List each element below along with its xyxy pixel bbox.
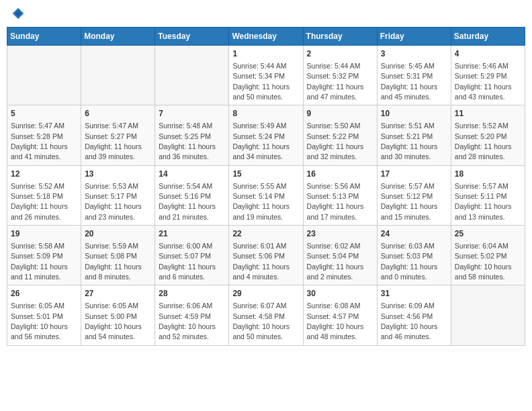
day-number: 19 <box>11 228 77 240</box>
day-number: 26 <box>11 288 77 300</box>
logo <box>10 7 25 20</box>
day-number: 7 <box>159 108 225 120</box>
day-number: 21 <box>159 228 225 240</box>
day-info: Sunrise: 5:54 AMSunset: 5:16 PMDaylight:… <box>159 182 216 221</box>
calendar-cell: 24Sunrise: 6:03 AMSunset: 5:03 PMDayligh… <box>377 226 451 285</box>
day-info: Sunrise: 6:00 AMSunset: 5:07 PMDaylight:… <box>159 242 216 281</box>
day-number: 3 <box>381 48 447 60</box>
day-info: Sunrise: 6:07 AMSunset: 4:58 PMDaylight:… <box>232 302 290 340</box>
day-info: Sunrise: 5:44 AMSunset: 5:34 PMDaylight:… <box>232 62 290 101</box>
calendar-cell: 15Sunrise: 5:55 AMSunset: 5:14 PMDayligh… <box>229 165 303 225</box>
day-info: Sunrise: 5:52 AMSunset: 5:20 PMDaylight:… <box>455 122 512 161</box>
calendar-cell <box>7 46 81 105</box>
day-number: 8 <box>232 108 299 120</box>
week-row-2: 5Sunrise: 5:47 AMSunset: 5:28 PMDaylight… <box>7 105 525 165</box>
day-info: Sunrise: 5:58 AMSunset: 5:09 PMDaylight:… <box>11 242 68 281</box>
calendar-table: SundayMondayTuesdayWednesdayThursdayFrid… <box>7 27 525 346</box>
day-number: 5 <box>11 108 77 120</box>
calendar-cell: 10Sunrise: 5:51 AMSunset: 5:21 PMDayligh… <box>377 105 451 165</box>
day-info: Sunrise: 5:53 AMSunset: 5:17 PMDaylight:… <box>85 182 142 221</box>
day-info: Sunrise: 6:05 AMSunset: 5:01 PMDaylight:… <box>11 302 68 340</box>
calendar-cell: 23Sunrise: 6:02 AMSunset: 5:04 PMDayligh… <box>303 226 377 285</box>
calendar-cell: 30Sunrise: 6:08 AMSunset: 4:57 PMDayligh… <box>303 285 377 345</box>
day-number: 11 <box>455 108 521 120</box>
day-info: Sunrise: 5:48 AMSunset: 5:25 PMDaylight:… <box>159 122 216 161</box>
calendar-cell: 9Sunrise: 5:50 AMSunset: 5:22 PMDaylight… <box>303 105 377 165</box>
day-number: 6 <box>85 108 151 120</box>
day-number: 14 <box>159 169 225 180</box>
day-number: 20 <box>85 228 151 240</box>
day-info: Sunrise: 5:50 AMSunset: 5:22 PMDaylight:… <box>307 122 364 161</box>
weekday-header-wednesday: Wednesday <box>229 28 303 46</box>
day-number: 25 <box>455 228 521 240</box>
week-row-4: 19Sunrise: 5:58 AMSunset: 5:09 PMDayligh… <box>7 226 525 285</box>
calendar-cell: 28Sunrise: 6:06 AMSunset: 4:59 PMDayligh… <box>155 285 229 345</box>
calendar-cell: 31Sunrise: 6:09 AMSunset: 4:56 PMDayligh… <box>377 285 451 345</box>
day-number: 1 <box>232 48 299 60</box>
calendar-cell: 13Sunrise: 5:53 AMSunset: 5:17 PMDayligh… <box>81 165 155 225</box>
day-number: 29 <box>232 288 299 300</box>
day-info: Sunrise: 5:56 AMSunset: 5:13 PMDaylight:… <box>307 182 364 221</box>
day-info: Sunrise: 5:51 AMSunset: 5:21 PMDaylight:… <box>381 122 438 161</box>
day-info: Sunrise: 6:05 AMSunset: 5:00 PMDaylight:… <box>85 302 142 340</box>
day-info: Sunrise: 5:59 AMSunset: 5:08 PMDaylight:… <box>85 242 142 281</box>
calendar-cell: 7Sunrise: 5:48 AMSunset: 5:25 PMDaylight… <box>155 105 229 165</box>
calendar-cell: 20Sunrise: 5:59 AMSunset: 5:08 PMDayligh… <box>81 226 155 285</box>
day-number: 16 <box>307 169 373 180</box>
day-number: 12 <box>11 169 77 180</box>
calendar-cell: 27Sunrise: 6:05 AMSunset: 5:00 PMDayligh… <box>81 285 155 345</box>
header <box>7 7 525 20</box>
day-info: Sunrise: 6:02 AMSunset: 5:04 PMDaylight:… <box>307 242 364 281</box>
day-number: 13 <box>85 169 151 180</box>
weekday-header-tuesday: Tuesday <box>155 28 229 46</box>
logo-icon <box>11 7 25 20</box>
day-info: Sunrise: 5:47 AMSunset: 5:28 PMDaylight:… <box>11 122 68 161</box>
weekday-header-monday: Monday <box>81 28 155 46</box>
calendar-cell: 3Sunrise: 5:45 AMSunset: 5:31 PMDaylight… <box>377 46 451 105</box>
day-info: Sunrise: 5:52 AMSunset: 5:18 PMDaylight:… <box>11 182 68 221</box>
calendar-cell: 25Sunrise: 6:04 AMSunset: 5:02 PMDayligh… <box>451 226 525 285</box>
day-info: Sunrise: 6:03 AMSunset: 5:03 PMDaylight:… <box>381 242 438 281</box>
week-row-3: 12Sunrise: 5:52 AMSunset: 5:18 PMDayligh… <box>7 165 525 225</box>
day-info: Sunrise: 6:08 AMSunset: 4:57 PMDaylight:… <box>307 302 364 340</box>
day-info: Sunrise: 5:57 AMSunset: 5:12 PMDaylight:… <box>381 182 438 221</box>
day-number: 22 <box>232 228 299 240</box>
weekday-header-sunday: Sunday <box>7 28 81 46</box>
calendar-cell: 19Sunrise: 5:58 AMSunset: 5:09 PMDayligh… <box>7 226 81 285</box>
calendar-cell: 22Sunrise: 6:01 AMSunset: 5:06 PMDayligh… <box>229 226 303 285</box>
weekday-header-saturday: Saturday <box>451 28 525 46</box>
day-number: 23 <box>307 228 373 240</box>
day-number: 30 <box>307 288 373 300</box>
day-number: 17 <box>381 169 447 180</box>
calendar-cell: 18Sunrise: 5:57 AMSunset: 5:11 PMDayligh… <box>451 165 525 225</box>
calendar-cell: 11Sunrise: 5:52 AMSunset: 5:20 PMDayligh… <box>451 105 525 165</box>
calendar-cell: 12Sunrise: 5:52 AMSunset: 5:18 PMDayligh… <box>7 165 81 225</box>
day-info: Sunrise: 5:45 AMSunset: 5:31 PMDaylight:… <box>381 62 438 101</box>
calendar-cell: 2Sunrise: 5:44 AMSunset: 5:32 PMDaylight… <box>303 46 377 105</box>
week-row-1: 1Sunrise: 5:44 AMSunset: 5:34 PMDaylight… <box>7 46 525 105</box>
day-info: Sunrise: 5:46 AMSunset: 5:29 PMDaylight:… <box>455 62 512 101</box>
calendar-cell: 8Sunrise: 5:49 AMSunset: 5:24 PMDaylight… <box>229 105 303 165</box>
calendar-cell <box>155 46 229 105</box>
day-number: 28 <box>159 288 225 300</box>
day-number: 27 <box>85 288 151 300</box>
day-info: Sunrise: 6:09 AMSunset: 4:56 PMDaylight:… <box>381 302 438 340</box>
calendar-cell: 26Sunrise: 6:05 AMSunset: 5:01 PMDayligh… <box>7 285 81 345</box>
day-number: 2 <box>307 48 373 60</box>
day-number: 10 <box>381 108 447 120</box>
day-number: 9 <box>307 108 373 120</box>
calendar-cell: 5Sunrise: 5:47 AMSunset: 5:28 PMDaylight… <box>7 105 81 165</box>
weekday-header-friday: Friday <box>377 28 451 46</box>
day-number: 15 <box>232 169 299 180</box>
day-info: Sunrise: 5:44 AMSunset: 5:32 PMDaylight:… <box>307 62 364 101</box>
calendar-header-row: SundayMondayTuesdayWednesdayThursdayFrid… <box>7 28 525 46</box>
calendar-cell: 16Sunrise: 5:56 AMSunset: 5:13 PMDayligh… <box>303 165 377 225</box>
calendar-cell: 21Sunrise: 6:00 AMSunset: 5:07 PMDayligh… <box>155 226 229 285</box>
page: SundayMondayTuesdayWednesdayThursdayFrid… <box>0 0 532 411</box>
day-number: 24 <box>381 228 447 240</box>
day-number: 31 <box>381 288 447 300</box>
day-info: Sunrise: 5:47 AMSunset: 5:27 PMDaylight:… <box>85 122 142 161</box>
day-info: Sunrise: 6:01 AMSunset: 5:06 PMDaylight:… <box>232 242 290 281</box>
day-info: Sunrise: 6:06 AMSunset: 4:59 PMDaylight:… <box>159 302 216 340</box>
day-number: 18 <box>455 169 521 180</box>
